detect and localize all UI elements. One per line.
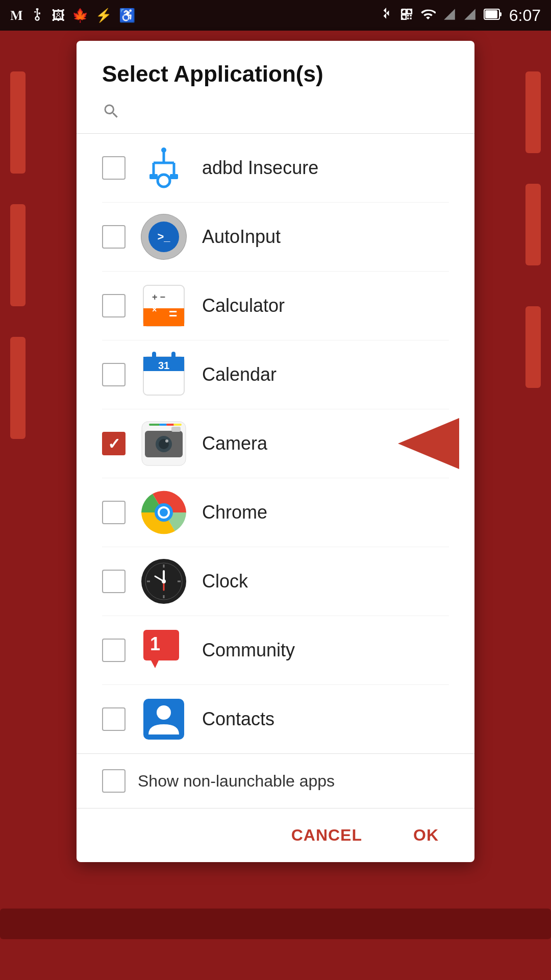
cancel-button[interactable]: CANCEL <box>281 821 372 850</box>
svg-text:×: × <box>152 305 157 314</box>
checkbox-calendar[interactable] <box>102 363 126 386</box>
checkbox-clock[interactable] <box>102 570 126 593</box>
app-icon-calendar: 31 <box>141 352 187 398</box>
status-time: 6:07 <box>509 6 541 25</box>
select-applications-dialog: Select Application(s) <box>77 41 474 862</box>
checkbox-contacts[interactable] <box>102 707 126 731</box>
nfc-icon <box>400 8 413 23</box>
bluetooth-icon <box>380 8 393 23</box>
dialog-title: Select Application(s) <box>102 61 449 87</box>
svg-rect-26 <box>143 308 184 326</box>
svg-rect-60 <box>143 630 179 660</box>
app-icon-adbd-insecure <box>141 145 187 191</box>
accessibility-icon: ♿ <box>119 9 135 22</box>
camera-selection-arrow <box>398 418 459 469</box>
show-non-launchable-label: Show non-launchable apps <box>138 772 335 791</box>
svg-rect-34 <box>152 352 156 362</box>
app-item-camera[interactable]: Camera <box>102 409 449 478</box>
signal-off2-icon <box>463 8 477 23</box>
app-item-adbd-insecure[interactable]: adbd Insecure <box>102 134 449 203</box>
svg-rect-8 <box>402 18 403 19</box>
svg-point-13 <box>161 148 166 153</box>
wifi-icon <box>420 7 436 24</box>
signal-off-icon <box>443 8 456 23</box>
app-icon-camera <box>141 421 187 467</box>
svg-rect-7 <box>410 9 411 11</box>
svg-point-64 <box>157 705 171 720</box>
show-non-launchable-row[interactable]: Show non-launchable apps <box>77 754 474 808</box>
svg-point-17 <box>158 175 170 187</box>
svg-rect-35 <box>171 352 176 362</box>
checkbox-show-non-launchable[interactable] <box>102 769 126 793</box>
svg-text:=: = <box>169 306 177 322</box>
app-item-contacts[interactable]: Contacts <box>102 685 449 753</box>
lightning-icon: ⚡ <box>95 9 112 22</box>
app-icon-autoinput: >_ <box>141 214 187 260</box>
app-name-contacts: Contacts <box>202 708 274 730</box>
svg-rect-6 <box>402 9 403 11</box>
search-bar <box>77 97 474 134</box>
svg-rect-20 <box>170 174 178 179</box>
leaf-icon: 🍁 <box>72 9 88 22</box>
app-item-calendar[interactable]: 31 Calendar <box>102 340 449 409</box>
svg-rect-19 <box>149 174 158 179</box>
app-name-camera: Camera <box>202 433 267 454</box>
app-item-clock[interactable]: Clock <box>102 547 449 616</box>
svg-point-2 <box>36 17 39 20</box>
svg-point-49 <box>160 508 168 517</box>
dialog-footer: Show non-launchable apps CANCEL OK <box>77 753 474 862</box>
app-name-clock: Clock <box>202 571 248 592</box>
app-item-calculator[interactable]: + − × = Calculator <box>102 272 449 340</box>
app-icon-calculator: + − × = <box>141 283 187 329</box>
dialog-header: Select Application(s) <box>77 41 474 97</box>
image-icon: 🖼 <box>52 9 65 22</box>
checkbox-chrome[interactable] <box>102 501 126 524</box>
status-bar: 𝐌 🖼 🍁 ⚡ ♿ 6:07 <box>0 0 551 31</box>
app-name-calculator: Calculator <box>202 295 285 316</box>
svg-text:31: 31 <box>158 360 169 371</box>
checkbox-autoinput[interactable] <box>102 225 126 249</box>
status-bar-left-icons: 𝐌 🖼 🍁 ⚡ ♿ <box>10 7 135 23</box>
m-icon: 𝐌 <box>10 9 23 22</box>
ok-button[interactable]: OK <box>403 821 449 850</box>
search-input[interactable] <box>129 104 449 123</box>
svg-rect-11 <box>485 10 497 18</box>
battery-icon <box>484 8 502 23</box>
status-bar-right-icons: 6:07 <box>380 6 541 25</box>
app-item-autoinput[interactable]: >_ AutoInput <box>102 203 449 272</box>
search-icon <box>102 102 120 125</box>
dialog-buttons: CANCEL OK <box>77 808 474 862</box>
app-name-adbd-insecure: adbd Insecure <box>202 157 318 179</box>
app-name-calendar: Calendar <box>202 364 277 385</box>
svg-text:>_: >_ <box>157 230 170 243</box>
app-icon-contacts <box>141 696 187 742</box>
svg-text:+  −: + − <box>152 292 165 302</box>
app-icon-chrome <box>141 489 187 535</box>
svg-point-40 <box>165 439 168 443</box>
dialog-overlay: Select Application(s) <box>0 31 551 980</box>
checkbox-calculator[interactable] <box>102 294 126 317</box>
svg-rect-0 <box>36 8 39 10</box>
svg-point-59 <box>162 579 166 583</box>
svg-marker-61 <box>151 660 159 668</box>
app-item-chrome[interactable]: Chrome <box>102 478 449 547</box>
checkbox-adbd-insecure[interactable] <box>102 156 126 180</box>
svg-rect-4 <box>38 13 40 15</box>
app-item-community[interactable]: 1 Community <box>102 616 449 685</box>
app-name-chrome: Chrome <box>202 502 267 523</box>
svg-rect-3 <box>34 11 36 12</box>
app-list: adbd Insecure >_ AutoInput <box>77 134 474 753</box>
svg-rect-10 <box>499 12 502 16</box>
checkbox-camera[interactable] <box>102 432 126 455</box>
app-icon-clock <box>141 558 187 604</box>
app-icon-community: 1 <box>141 627 187 673</box>
app-name-autoinput: AutoInput <box>202 226 281 248</box>
usb-notification-icon <box>30 7 44 23</box>
svg-rect-41 <box>171 427 181 432</box>
app-name-community: Community <box>202 640 295 661</box>
checkbox-community[interactable] <box>102 639 126 662</box>
svg-text:1: 1 <box>150 633 160 654</box>
